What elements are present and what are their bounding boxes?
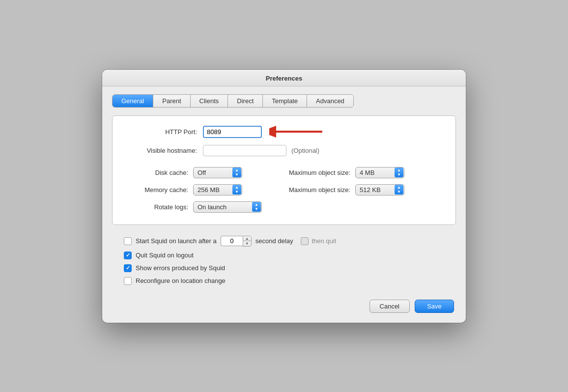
disk-cache-select[interactable]: Off 256 MB 512 MB 1 GB [193, 167, 242, 178]
disk-cache-select-wrapper: Off 256 MB 512 MB 1 GB ▲ ▼ [193, 167, 242, 178]
memory-cache-label: Memory cache: [124, 186, 193, 194]
http-port-label: HTTP Port: [124, 128, 203, 136]
memory-cache-row: Memory cache: Off 128 MB 256 MB 512 MB ▲… [124, 184, 444, 196]
rotate-logs-row: Rotate logs: On launch Daily Weekly ▲ ▼ [124, 201, 444, 213]
tab-general[interactable]: General [113, 95, 153, 107]
arrow-indicator [269, 122, 323, 141]
disk-cache-field: Disk cache: Off 256 MB 512 MB 1 GB ▲ ▼ [124, 167, 242, 178]
tab-parent[interactable]: Parent [153, 95, 190, 107]
rotate-logs-select[interactable]: On launch Daily Weekly [193, 201, 262, 213]
start-squid-delay-arrows: ▲ ▼ [243, 236, 252, 247]
http-port-input[interactable] [203, 126, 262, 138]
start-squid-post-label: second delay [256, 237, 293, 245]
then-quit-checkbox[interactable] [301, 237, 309, 245]
start-squid-delay-stepper: ▲ ▼ [221, 236, 252, 247]
max-object-mem-select-wrapper: 512 KB 1 MB 2 MB ▲ ▼ [355, 184, 404, 196]
memory-cache-select-wrapper: Off 128 MB 256 MB 512 MB ▲ ▼ [193, 184, 242, 196]
memory-cache-select[interactable]: Off 128 MB 256 MB 512 MB [193, 184, 242, 196]
max-object-disk-label: Maximum object size: [262, 169, 355, 176]
visible-hostname-row: Visible hostname: (Optional) [124, 145, 444, 156]
window-titlebar: Preferences [102, 70, 466, 86]
reconfigure-row: Reconfigure on location change [124, 277, 444, 285]
start-squid-row: Start Squid on launch after a ▲ ▼ second… [124, 236, 444, 247]
tab-advanced[interactable]: Advanced [307, 95, 353, 107]
tab-clients[interactable]: Clients [191, 95, 228, 107]
http-port-input-container [203, 126, 262, 138]
start-squid-checkbox[interactable] [124, 237, 132, 245]
tab-direct[interactable]: Direct [228, 95, 263, 107]
button-bar: Cancel Save [112, 300, 456, 313]
max-object-disk-select[interactable]: 4 MB 8 MB 16 MB [355, 167, 404, 178]
cancel-button[interactable]: Cancel [369, 300, 410, 313]
max-object-disk-field: Maximum object size: 4 MB 8 MB 16 MB ▲ ▼ [262, 167, 404, 178]
quit-squid-row: Quit Squid on logout [124, 252, 444, 259]
tab-bar: General Parent Clients Direct Template A… [112, 94, 354, 108]
rotate-logs-select-wrapper: On launch Daily Weekly ▲ ▼ [193, 201, 262, 213]
visible-hostname-input[interactable] [203, 145, 286, 156]
start-squid-delay-input[interactable] [221, 236, 243, 246]
show-errors-checkbox[interactable] [124, 264, 132, 272]
quit-squid-checkbox[interactable] [124, 252, 132, 259]
tab-template[interactable]: Template [263, 95, 307, 107]
visible-hostname-label: Visible hostname: [124, 147, 203, 154]
start-squid-delay-up[interactable]: ▲ [243, 236, 251, 241]
disk-cache-label: Disk cache: [124, 169, 193, 176]
window-content: General Parent Clients Direct Template A… [102, 86, 466, 323]
show-errors-label: Show errors produced by Squid [136, 264, 225, 272]
reconfigure-label: Reconfigure on location change [136, 277, 226, 284]
rotate-logs-field: Rotate logs: On launch Daily Weekly ▲ ▼ [124, 201, 262, 213]
start-squid-pre-label: Start Squid on launch after a [136, 237, 217, 245]
form-panel: HTTP Port: [112, 115, 456, 225]
optional-label: (Optional) [291, 147, 319, 154]
reconfigure-checkbox[interactable] [124, 277, 132, 285]
start-squid-delay-down[interactable]: ▼ [243, 241, 251, 246]
http-port-row: HTTP Port: [124, 126, 444, 138]
rotate-logs-label: Rotate logs: [124, 203, 193, 211]
window-title: Preferences [266, 75, 302, 82]
max-object-mem-select[interactable]: 512 KB 1 MB 2 MB [355, 184, 404, 196]
quit-squid-label: Quit Squid on logout [136, 252, 194, 259]
preferences-window: Preferences General Parent Clients Direc… [102, 70, 466, 323]
max-object-disk-select-wrapper: 4 MB 8 MB 16 MB ▲ ▼ [355, 167, 404, 178]
checkboxes-panel: Start Squid on launch after a ▲ ▼ second… [112, 233, 456, 285]
memory-cache-field: Memory cache: Off 128 MB 256 MB 512 MB ▲… [124, 184, 242, 196]
save-button[interactable]: Save [415, 300, 454, 313]
show-errors-row: Show errors produced by Squid [124, 264, 444, 272]
disk-cache-row: Disk cache: Off 256 MB 512 MB 1 GB ▲ ▼ [124, 167, 444, 178]
max-object-mem-field: Maximum object size: 512 KB 1 MB 2 MB ▲ … [262, 184, 404, 196]
then-quit-label: then quit [312, 237, 336, 245]
max-object-mem-label: Maximum object size: [262, 186, 355, 194]
